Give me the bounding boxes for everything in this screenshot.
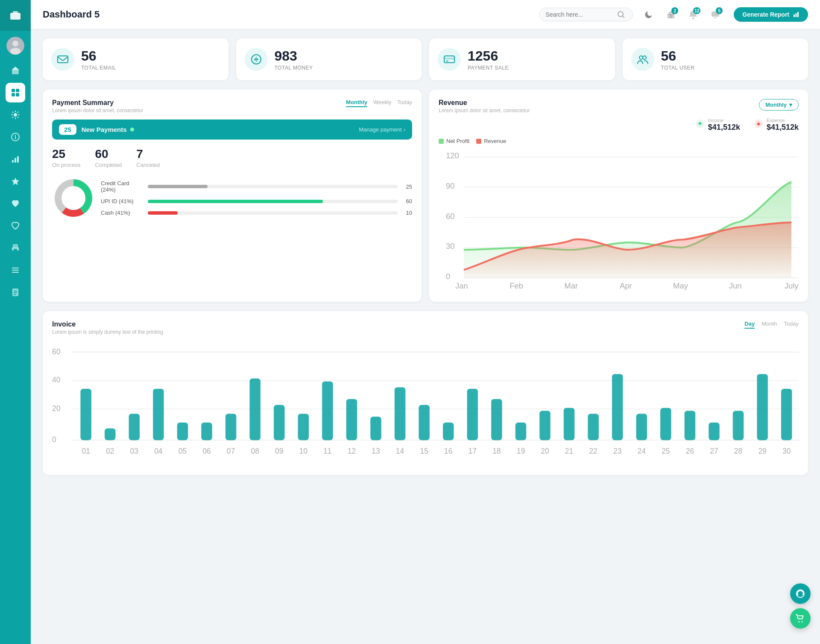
svg-text:120: 120 bbox=[446, 151, 459, 160]
notifications-button[interactable]: 12 bbox=[685, 6, 701, 23]
payment-icon bbox=[438, 48, 461, 71]
payment-tabs: Monthly Weekly Today bbox=[346, 99, 412, 107]
svg-marker-6 bbox=[12, 67, 19, 70]
stat-cards-grid: 56 TOTAL EMAIL 983 TOTAL MONEY 1256 bbox=[43, 38, 808, 80]
svg-rect-32 bbox=[794, 15, 795, 17]
page-title: Dashboard 5 bbox=[43, 9, 539, 20]
tab-month[interactable]: Month bbox=[761, 321, 777, 329]
method-bar-upi bbox=[148, 200, 398, 203]
sidebar-item-heart2[interactable] bbox=[6, 216, 25, 236]
svg-rect-13 bbox=[12, 160, 14, 163]
sidebar-item-chart[interactable] bbox=[6, 149, 25, 169]
sidebar-item-docs[interactable] bbox=[6, 283, 25, 302]
manage-payment-link[interactable]: Manage payment › bbox=[359, 126, 405, 133]
svg-text:23: 23 bbox=[613, 447, 621, 455]
completed-num: 60 bbox=[95, 147, 122, 161]
user-count: 56 bbox=[661, 48, 695, 64]
svg-text:03: 03 bbox=[130, 447, 138, 455]
svg-rect-38 bbox=[444, 58, 454, 59]
search-icon bbox=[617, 11, 625, 18]
method-bar-cash bbox=[148, 211, 398, 215]
invoice-bar bbox=[467, 389, 478, 440]
generate-report-button[interactable]: Generate Report bbox=[734, 7, 808, 22]
search-input[interactable] bbox=[545, 11, 614, 18]
sidebar-item-settings[interactable] bbox=[6, 105, 25, 125]
invoice-chart: 60 40 20 0 01020304050607080910111213141… bbox=[52, 342, 799, 464]
svg-rect-105 bbox=[802, 593, 804, 595]
new-payments-dot bbox=[130, 128, 134, 131]
invoice-bar bbox=[491, 399, 502, 440]
svg-text:Feb: Feb bbox=[510, 281, 523, 290]
svg-marker-16 bbox=[12, 178, 19, 185]
invoice-bar bbox=[588, 414, 598, 440]
tab-monthly[interactable]: Monthly bbox=[346, 99, 367, 107]
invoice-bar bbox=[660, 408, 671, 440]
svg-rect-20 bbox=[12, 268, 19, 268]
method-credit-card: Credit Card (24%) 25 bbox=[101, 180, 412, 193]
dark-mode-button[interactable] bbox=[641, 6, 657, 23]
invoice-bar bbox=[515, 423, 526, 440]
methods-list: Credit Card (24%) 25 UPI ID (41%) 60 bbox=[101, 180, 412, 216]
svg-rect-17 bbox=[13, 244, 18, 247]
avatar[interactable] bbox=[6, 37, 24, 55]
support-fab[interactable] bbox=[790, 583, 811, 604]
method-bar-fill-cash bbox=[148, 211, 178, 215]
fab-area bbox=[790, 583, 811, 629]
svg-text:27: 27 bbox=[710, 447, 718, 455]
payment-stats-row: 25 On process 60 Completed 7 Canceled bbox=[52, 147, 412, 168]
stat-card-money: 983 TOTAL MONEY bbox=[236, 38, 422, 80]
payment-label: PAYMENT SALE bbox=[468, 65, 509, 71]
expense-val: $41,512k bbox=[767, 123, 799, 132]
gift-button[interactable]: 2 bbox=[663, 6, 679, 23]
legend-revenue: Revenue bbox=[476, 138, 506, 144]
income-item: Income $41,512k bbox=[695, 118, 740, 132]
canceled-label: Canceled bbox=[136, 162, 160, 168]
revenue-title: Revenue bbox=[439, 99, 530, 107]
svg-point-107 bbox=[802, 621, 803, 623]
sidebar-logo[interactable] bbox=[0, 0, 31, 31]
invoice-bar bbox=[249, 379, 260, 440]
svg-rect-9 bbox=[12, 93, 15, 96]
invoice-bar bbox=[781, 389, 792, 440]
payment-count: 1256 bbox=[468, 48, 509, 64]
sidebar-item-star[interactable] bbox=[6, 172, 25, 191]
main-content: Dashboard 5 2 12 5 Generate Report bbox=[31, 0, 820, 644]
sidebar bbox=[0, 0, 31, 644]
income-icon bbox=[695, 119, 705, 131]
up-arrow-icon bbox=[695, 119, 705, 128]
money-icon bbox=[245, 48, 268, 71]
on-process-label: On process bbox=[52, 162, 80, 168]
email-icon bbox=[51, 48, 74, 71]
tab-day[interactable]: Day bbox=[744, 321, 755, 329]
sidebar-item-list[interactable] bbox=[6, 260, 25, 280]
svg-text:17: 17 bbox=[469, 447, 477, 455]
sidebar-item-info[interactable] bbox=[6, 127, 25, 147]
invoice-bar bbox=[201, 423, 212, 440]
new-payments-label: New Payments bbox=[82, 126, 354, 133]
chat-badge: 5 bbox=[716, 7, 723, 14]
invoice-bar bbox=[129, 414, 140, 440]
tab-today-invoice[interactable]: Today bbox=[784, 321, 799, 329]
invoice-bar bbox=[685, 411, 695, 440]
sidebar-item-dashboard[interactable] bbox=[6, 83, 25, 102]
invoice-bar bbox=[274, 405, 284, 440]
revenue-header: Revenue Lorem ipsum dolor sit amet, cons… bbox=[439, 99, 799, 114]
sidebar-item-heart1[interactable] bbox=[6, 194, 25, 213]
tab-weekly[interactable]: Weekly bbox=[373, 99, 391, 107]
invoice-subtitle: Lorem ipsum is simply dummy text of the … bbox=[52, 329, 163, 335]
tab-today[interactable]: Today bbox=[397, 99, 412, 107]
messages-button[interactable]: 5 bbox=[707, 6, 723, 23]
svg-rect-14 bbox=[15, 158, 16, 163]
income-label: Income bbox=[708, 118, 740, 123]
method-label-cash: Cash (41%) bbox=[101, 210, 144, 216]
cart-fab[interactable] bbox=[790, 608, 811, 629]
sidebar-item-home[interactable] bbox=[6, 61, 25, 80]
on-process-num: 25 bbox=[52, 147, 80, 161]
svg-text:02: 02 bbox=[106, 447, 114, 455]
invoice-bar bbox=[298, 414, 309, 440]
sidebar-item-print[interactable] bbox=[6, 238, 25, 258]
svg-rect-10 bbox=[16, 93, 19, 96]
revenue-monthly-button[interactable]: Monthly ▾ bbox=[759, 99, 799, 111]
svg-point-4 bbox=[10, 48, 20, 55]
svg-text:40: 40 bbox=[52, 376, 61, 385]
